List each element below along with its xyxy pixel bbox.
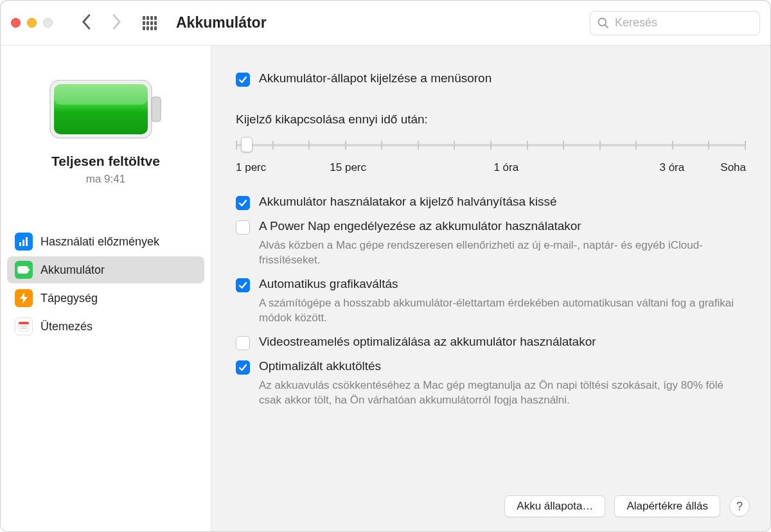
display-sleep-slider[interactable] xyxy=(236,137,746,152)
battery-icon xyxy=(15,261,33,279)
nav-arrows xyxy=(81,13,122,33)
checkbox-power-nap[interactable] xyxy=(236,220,250,235)
sidebar-item-label: Tápegység xyxy=(40,292,98,305)
option-description: Az akkuavulás csökkentéséhez a Mac gép m… xyxy=(236,378,746,408)
option-label: Automatikus grafikaváltás xyxy=(259,277,398,291)
search-input[interactable] xyxy=(615,16,764,30)
option-label: Videostreamelés optimalizálása az akkumu… xyxy=(259,335,596,349)
slider-thumb[interactable] xyxy=(241,137,253,152)
window-title: Akkumulátor xyxy=(176,14,267,31)
svg-rect-10 xyxy=(28,269,30,271)
svg-rect-6 xyxy=(19,242,21,246)
bolt-icon xyxy=(15,289,33,307)
battery-health-button[interactable]: Akku állapota… xyxy=(504,495,605,517)
back-button[interactable] xyxy=(81,13,93,33)
checkbox-show-menubar[interactable] xyxy=(236,73,250,87)
option-auto-graphics[interactable]: Automatikus grafikaváltás xyxy=(236,277,746,292)
forward-button xyxy=(111,13,122,33)
calendar-icon xyxy=(15,317,33,335)
option-dim-on-battery[interactable]: Akkumulátor használatakor a kijelző halv… xyxy=(236,195,746,210)
search-icon xyxy=(597,17,610,30)
sidebar-item-battery[interactable]: Akkumulátor xyxy=(7,256,204,283)
battery-illustration xyxy=(7,79,204,139)
svg-line-1 xyxy=(605,24,608,28)
preferences-window: Akkumulátor xyxy=(0,0,771,532)
window-controls xyxy=(11,18,53,28)
checkbox-auto-graphics[interactable] xyxy=(236,278,250,292)
checkbox-optimized-charging[interactable] xyxy=(236,360,250,375)
option-label: Akkumulátor-állapot kijelzése a menüsoro… xyxy=(259,71,492,85)
svg-rect-8 xyxy=(26,237,28,246)
main-panel: Akkumulátor-állapot kijelzése a menüsoro… xyxy=(211,46,770,531)
svg-rect-12 xyxy=(19,322,29,324)
close-button[interactable] xyxy=(11,18,21,28)
sidebar-item-schedule[interactable]: Ütemezés xyxy=(7,313,204,340)
battery-status-time: ma 9:41 xyxy=(7,173,204,186)
option-label: A Power Nap engedélyezése az akkumulátor… xyxy=(259,219,581,233)
restore-defaults-button[interactable]: Alapértékre állás xyxy=(614,495,720,517)
slider-title: Kijelző kikapcsolása ennyi idő után: xyxy=(236,112,746,127)
option-optimized-charging[interactable]: Optimalizált akkutöltés xyxy=(236,359,746,375)
svg-point-0 xyxy=(599,18,607,26)
bottom-button-bar: Akku állapota… Alapértékre állás ? xyxy=(232,495,750,517)
svg-rect-5 xyxy=(54,84,148,105)
sidebar-item-usage-history[interactable]: Használati előzmények xyxy=(7,228,204,255)
checkbox-video-stream-opt[interactable] xyxy=(236,336,250,350)
sidebar-item-label: Használati előzmények xyxy=(40,235,159,249)
option-description: Alvás közben a Mac gépe rendszeresen ell… xyxy=(236,238,746,268)
svg-rect-13 xyxy=(19,324,29,331)
chart-icon xyxy=(15,233,33,251)
slider-tick-labels: 1 perc 15 perc 1 óra 3 óra Soha xyxy=(236,161,746,175)
display-sleep-slider-section: Kijelző kikapcsolása ennyi idő után: 1 p… xyxy=(236,112,746,175)
sidebar: Teljesen feltöltve ma 9:41 Használati el… xyxy=(1,46,211,531)
option-video-stream-opt[interactable]: Videostreamelés optimalizálása az akkumu… xyxy=(236,335,746,350)
option-power-nap[interactable]: A Power Nap engedélyezése az akkumulátor… xyxy=(236,219,746,235)
battery-status: Teljesen feltöltve xyxy=(7,154,204,169)
sidebar-nav: Használati előzmények Akkumulátor Tápegy… xyxy=(7,228,204,340)
svg-marker-11 xyxy=(20,292,28,304)
maximize-button xyxy=(43,18,53,28)
svg-rect-9 xyxy=(18,267,28,273)
titlebar: Akkumulátor xyxy=(1,1,770,46)
search-field[interactable] xyxy=(590,11,760,35)
sidebar-item-power-adapter[interactable]: Tápegység xyxy=(7,285,204,312)
option-label: Akkumulátor használatakor a kijelző halv… xyxy=(259,195,557,209)
sidebar-item-label: Ütemezés xyxy=(40,320,93,333)
option-description: A számítógépe a hosszabb akkumulátor-éle… xyxy=(236,296,746,326)
sidebar-item-label: Akkumulátor xyxy=(40,263,105,277)
option-label: Optimalizált akkutöltés xyxy=(259,359,381,373)
minimize-button[interactable] xyxy=(27,18,37,28)
svg-rect-7 xyxy=(22,240,24,246)
show-all-icon[interactable] xyxy=(143,16,157,30)
checkbox-dim-on-battery[interactable] xyxy=(236,196,250,210)
svg-rect-4 xyxy=(152,97,161,121)
option-show-menubar[interactable]: Akkumulátor-állapot kijelzése a menüsoro… xyxy=(236,71,746,87)
help-button[interactable]: ? xyxy=(729,496,750,517)
